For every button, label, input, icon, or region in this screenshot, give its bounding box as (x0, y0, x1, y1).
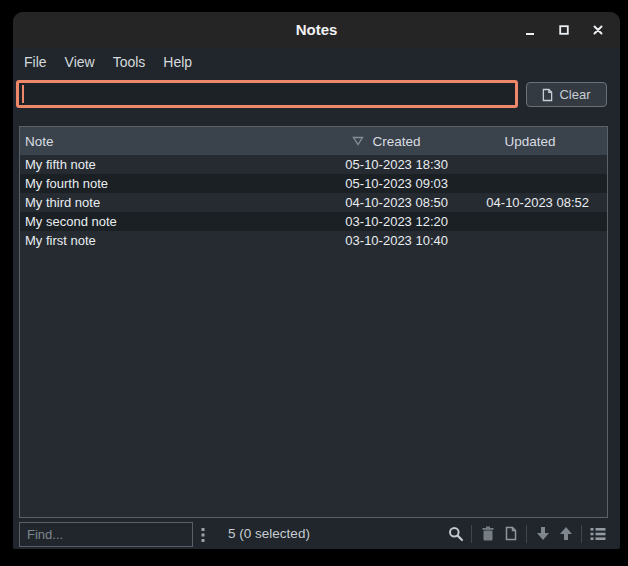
toolbar-separator (581, 525, 582, 543)
menu-help[interactable]: Help (154, 48, 201, 76)
column-header-created[interactable]: Created (320, 127, 453, 155)
maximize-button[interactable] (554, 20, 574, 40)
note-created: 03-10-2023 10:40 (320, 231, 453, 250)
toolbar-icons (444, 518, 609, 549)
titlebar[interactable]: Notes (13, 12, 620, 48)
note-title: My first note (20, 231, 320, 250)
document-icon (505, 526, 517, 541)
close-icon (591, 23, 605, 37)
app-window: Notes File View Tools Help (13, 12, 620, 549)
arrow-up-icon (559, 526, 573, 541)
note-title: My fourth note (20, 174, 320, 193)
note-updated (453, 212, 607, 231)
table-row[interactable]: My first note 03-10-2023 10:40 (20, 231, 607, 250)
maximize-icon (557, 23, 571, 37)
arrow-down-icon (536, 526, 550, 541)
desktop-background: Notes File View Tools Help (0, 0, 628, 566)
note-updated (453, 155, 607, 174)
close-button[interactable] (588, 20, 608, 40)
status-text: 5 (0 selected) (189, 518, 349, 549)
note-title: My fifth note (20, 155, 320, 174)
minimize-button[interactable] (520, 20, 540, 40)
note-updated: 04-10-2023 08:52 (453, 193, 607, 212)
text-caret (22, 85, 24, 103)
column-header-note[interactable]: Note (20, 127, 320, 155)
document-icon (542, 88, 553, 102)
table-header: Note Created Updated (20, 127, 607, 155)
delete-button[interactable] (476, 523, 499, 545)
move-up-button[interactable] (554, 523, 577, 545)
clear-button[interactable]: Clear (526, 82, 607, 107)
menu-bar: File View Tools Help (15, 48, 201, 76)
search-icon (448, 526, 464, 542)
note-created: 03-10-2023 12:20 (320, 212, 453, 231)
menu-file[interactable]: File (15, 48, 56, 76)
column-header-note-label: Note (25, 134, 54, 149)
note-updated (453, 174, 607, 193)
table-row[interactable]: My fifth note 05-10-2023 18:30 (20, 155, 607, 174)
search-button[interactable] (444, 523, 467, 545)
find-input[interactable] (20, 523, 192, 546)
copy-note-button[interactable] (499, 523, 522, 545)
note-title: My second note (20, 212, 320, 231)
minimize-icon (523, 23, 537, 37)
table-row[interactable]: My second note 03-10-2023 12:20 (20, 212, 607, 231)
menu-view[interactable]: View (56, 48, 104, 76)
list-icon (590, 527, 606, 541)
find-box (19, 522, 193, 547)
column-header-updated[interactable]: Updated (453, 127, 607, 155)
move-down-button[interactable] (531, 523, 554, 545)
column-header-updated-label: Updated (504, 134, 555, 149)
note-created: 04-10-2023 08:50 (320, 193, 453, 212)
window-controls (520, 12, 608, 48)
status-bar: 5 (0 selected) (13, 518, 620, 549)
note-updated (453, 231, 607, 250)
note-created: 05-10-2023 18:30 (320, 155, 453, 174)
list-view-button[interactable] (586, 523, 609, 545)
toolbar-separator (471, 525, 472, 543)
note-title: My third note (20, 193, 320, 212)
table-row[interactable]: My fourth note 05-10-2023 09:03 (20, 174, 607, 193)
clear-button-label: Clear (559, 87, 590, 102)
table-body: My fifth note 05-10-2023 18:30 My fourth… (20, 155, 607, 250)
note-created: 05-10-2023 09:03 (320, 174, 453, 193)
sort-descending-icon (352, 136, 364, 146)
search-input[interactable] (16, 80, 518, 108)
trash-icon (481, 526, 495, 541)
toolbar-separator (526, 525, 527, 543)
notes-table: Note Created Updated My fifth note 05-10… (19, 126, 608, 518)
menu-tools[interactable]: Tools (104, 48, 155, 76)
column-header-created-label: Created (372, 134, 420, 149)
table-row[interactable]: My third note 04-10-2023 08:50 04-10-202… (20, 193, 607, 212)
